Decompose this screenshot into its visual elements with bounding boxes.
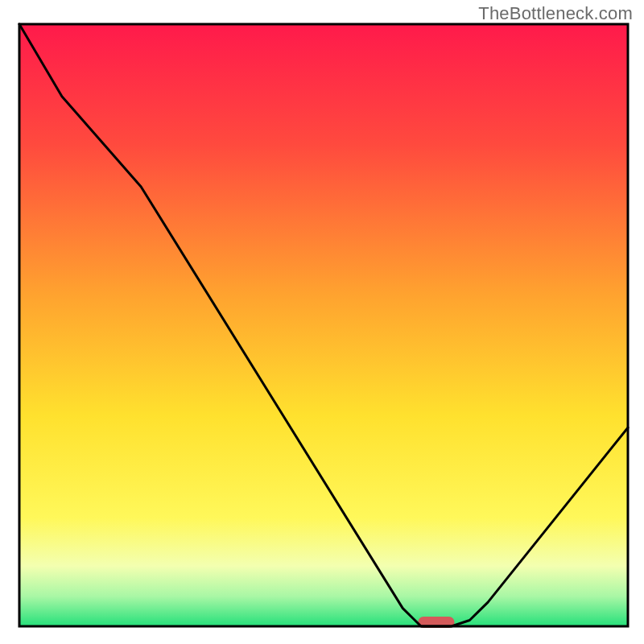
bottleneck-chart [0,0,644,644]
gradient-background [19,24,628,626]
chart-container: TheBottleneck.com [0,0,644,644]
